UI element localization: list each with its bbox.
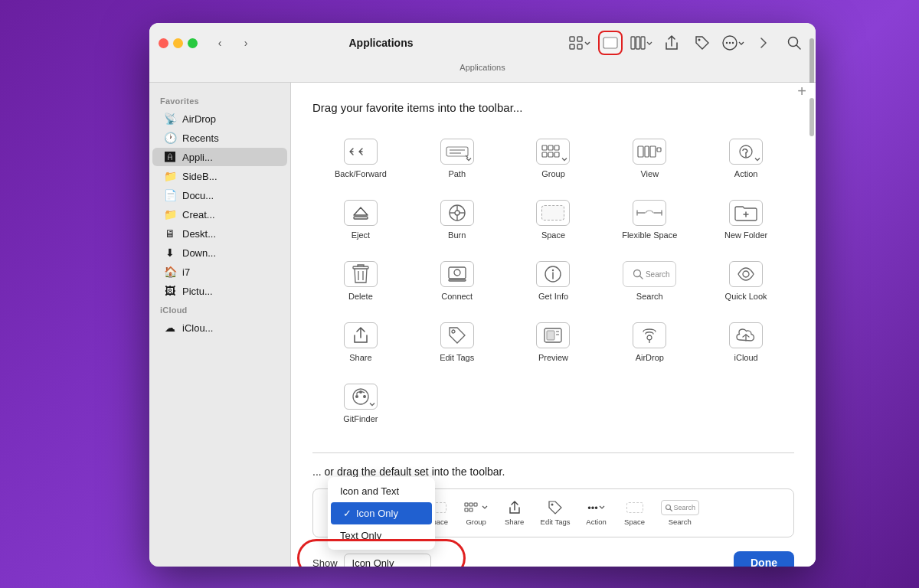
item-preview[interactable]: Preview: [505, 315, 602, 370]
svg-rect-66: [465, 503, 468, 506]
burn-icon: [440, 200, 474, 226]
item-label: Path: [448, 169, 466, 178]
item-label: Quick Look: [725, 292, 767, 301]
close-button[interactable]: [159, 38, 168, 48]
main-scrollbar[interactable]: [809, 98, 814, 136]
strip-icon: [509, 500, 521, 515]
toolbar-top: ‹ › Applications: [149, 23, 816, 63]
sidebar-item-downloads[interactable]: ⬇ Down...: [152, 243, 287, 262]
svg-point-52: [647, 335, 652, 340]
item-icloud[interactable]: iCloud: [698, 315, 794, 370]
column-view-button[interactable]: [629, 31, 653, 55]
item-path[interactable]: Path: [409, 131, 505, 186]
svg-rect-4: [603, 38, 617, 48]
svg-point-12: [731, 42, 733, 44]
documents-icon: 📄: [163, 189, 177, 201]
item-action[interactable]: Action: [698, 131, 794, 186]
item-group[interactable]: Group: [505, 131, 602, 186]
item-flexible-space[interactable]: Flexible Space: [601, 192, 698, 247]
dialog-title: Drag your favorite items into the toolba…: [312, 101, 794, 114]
share-button[interactable]: [659, 31, 684, 55]
strip-label: Group: [466, 518, 486, 526]
item-label: GitFinder: [343, 414, 378, 423]
strip-search[interactable]: Search Search: [656, 497, 705, 529]
dropdown-item-icon-only[interactable]: ✓ Icon Only: [331, 502, 432, 524]
sidebar-item-pictures[interactable]: 🖼 Pictu...: [152, 282, 287, 300]
path-icon: [440, 139, 474, 165]
done-button[interactable]: Done: [734, 551, 794, 567]
item-burn[interactable]: Burn: [409, 192, 505, 247]
home-icon: 🏠: [163, 266, 177, 278]
sidebar-item-label: Docu...: [182, 190, 214, 201]
add-button[interactable]: +: [797, 83, 806, 100]
item-delete[interactable]: Delete: [312, 253, 409, 309]
sidebar-item-i7[interactable]: 🏠 i7: [152, 263, 287, 281]
minimize-button[interactable]: [173, 38, 183, 48]
group-icon: [536, 139, 570, 165]
item-space[interactable]: Space: [505, 192, 602, 247]
search-button[interactable]: [782, 31, 806, 55]
svg-point-56: [355, 395, 358, 398]
sidebar-item-sidebar[interactable]: 📁 SideB...: [152, 167, 287, 185]
strip-share[interactable]: Share: [498, 497, 531, 529]
share-icon: [344, 322, 378, 348]
svg-rect-67: [469, 503, 473, 506]
item-view[interactable]: View: [601, 131, 698, 186]
svg-rect-1: [577, 37, 582, 41]
checkmark-icon: ✓: [343, 508, 352, 519]
sidebar-item-documents[interactable]: 📄 Docu...: [152, 186, 287, 204]
svg-rect-50: [556, 331, 559, 332]
tag-button[interactable]: [690, 31, 715, 55]
sidebar-item-creative[interactable]: 📁 Creat...: [152, 205, 287, 224]
icloud-icon: ☁: [163, 322, 177, 334]
item-label: Preview: [538, 353, 568, 362]
item-label: Flexible Space: [622, 230, 677, 240]
eject-icon: [344, 200, 378, 226]
sidebar-item-recents[interactable]: 🕐 Recents: [152, 129, 287, 147]
sidebar-section-icloud: iCloud: [149, 301, 290, 318]
item-quick-look[interactable]: Quick Look: [698, 253, 794, 309]
toolbar-items-grid: Back/Forward: [312, 131, 794, 431]
item-share[interactable]: Share: [312, 315, 409, 370]
item-gitfinder[interactable]: GitFinder: [312, 376, 409, 431]
svg-rect-51: [556, 334, 559, 335]
item-edit-tags[interactable]: Edit Tags: [409, 315, 505, 370]
maximize-button[interactable]: [188, 38, 198, 48]
svg-point-47: [452, 330, 455, 333]
dropdown-item-icon-and-text[interactable]: Icon and Text: [328, 480, 435, 502]
search-field-icon: Search: [623, 261, 676, 287]
chevron-right-button[interactable]: [751, 31, 776, 55]
item-back-forward[interactable]: Back/Forward: [312, 131, 409, 186]
sidebar-item-icloud[interactable]: ☁ iClou...: [152, 318, 287, 337]
item-connect[interactable]: Connect: [409, 253, 505, 309]
strip-group[interactable]: Group: [460, 497, 493, 529]
default-set-label: ... or drag the default set into the too…: [312, 466, 794, 478]
sidebar-item-label: iClou...: [182, 322, 213, 334]
customize-dialog: Drag your favorite items into the toolba…: [291, 83, 816, 567]
item-airdrop[interactable]: AirDrop: [601, 315, 698, 370]
sidebar-item-label: Creat...: [182, 209, 215, 220]
window-title: Applications: [201, 37, 561, 49]
strip-edit-tags[interactable]: Edit Tags: [536, 497, 575, 529]
item-search[interactable]: Search Search: [601, 253, 698, 309]
strip-label: Space: [624, 518, 645, 526]
sidebar-section-favorites: Favorites: [149, 92, 290, 109]
item-new-folder[interactable]: New Folder: [698, 192, 794, 247]
more-button[interactable]: [721, 31, 745, 55]
item-label: Text Only: [340, 530, 381, 541]
strip-action[interactable]: ••• Action: [580, 497, 613, 529]
show-dropdown[interactable]: Icon and Text Icon Only Text Only: [344, 554, 431, 567]
sidebar-item-airdrop[interactable]: 📡 AirDrop: [152, 109, 287, 128]
sidebar-item-desktop[interactable]: 🖥 Deskt...: [152, 224, 287, 243]
svg-rect-3: [577, 44, 582, 49]
item-label: Back/Forward: [335, 169, 387, 178]
sidebar-item-applications[interactable]: 🅰 Appli...: [152, 148, 287, 166]
sidebar-item-label: AirDrop: [182, 113, 216, 125]
svg-rect-23: [638, 146, 643, 157]
dropdown-item-text-only[interactable]: Text Only: [328, 524, 435, 547]
sidebar-item-label: Deskt...: [182, 228, 216, 240]
icon-view-button[interactable]: [567, 31, 592, 55]
item-eject[interactable]: Eject: [312, 192, 409, 247]
list-view-button[interactable]: [598, 31, 623, 55]
item-get-info[interactable]: Get Info: [505, 253, 602, 309]
